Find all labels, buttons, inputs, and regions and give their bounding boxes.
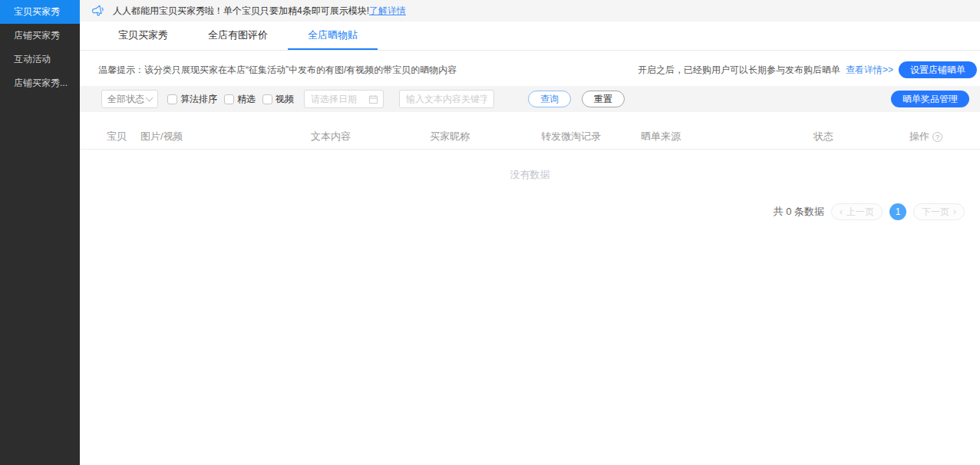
next-page-label: 下一页: [922, 206, 949, 219]
date-picker-input[interactable]: [304, 90, 384, 108]
status-select-value: 全部状态: [107, 93, 144, 106]
learn-more-link[interactable]: 了解详情: [369, 5, 406, 18]
date-input-wrap: [294, 90, 384, 108]
checkbox-label: 精选: [237, 93, 256, 106]
status-select[interactable]: 全部状态: [101, 90, 158, 108]
sidebar-item-interactive-activity[interactable]: 互动活动: [0, 48, 80, 71]
tip-text: 温馨提示：该分类只展现买家在本店“征集活动”中发布的有图/有视频的带宝贝的晒物内…: [98, 64, 638, 77]
chevron-right-icon: ›: [953, 206, 956, 217]
sidebar-item-label: 互动活动: [14, 54, 51, 64]
keyword-input[interactable]: [399, 90, 494, 108]
tip-right-group: 开启之后，已经购用户可以长期参与发布购后晒单 查看详情>> 设置店铺晒单: [638, 61, 977, 78]
filter-bar: 全部状态 算法排序 精选 视频: [80, 86, 980, 112]
sidebar: 宝贝买家秀 店铺买家秀 互动活动 店铺买家秀...: [0, 0, 80, 465]
tab-label: 全店有图评价: [208, 29, 268, 41]
column-header-status: 状态: [813, 130, 909, 143]
checkbox-icon: [224, 94, 234, 104]
tab-product-buyer-show[interactable]: 宝贝买家秀: [98, 21, 188, 50]
prev-page-button[interactable]: ‹ 上一页: [831, 203, 883, 220]
prev-page-label: 上一页: [846, 206, 874, 219]
tip-row: 温馨提示：该分类只展现买家在本店“征集活动”中发布的有图/有视频的带宝贝的晒物内…: [80, 51, 980, 86]
featured-checkbox[interactable]: 精选: [224, 93, 256, 106]
setup-shop-show-button[interactable]: 设置店铺晒单: [899, 61, 977, 78]
prize-management-button[interactable]: 晒单奖品管理: [891, 91, 969, 107]
sidebar-item-shop-buyer-show-more[interactable]: 店铺买家秀...: [0, 71, 80, 95]
chevron-down-icon: [146, 94, 153, 101]
tab-bar: 宝贝买家秀 全店有图评价 全店晒物贴: [80, 21, 980, 51]
sidebar-item-label: 店铺买家秀...: [14, 78, 68, 88]
sidebar-item-label: 宝贝买家秀: [14, 6, 60, 17]
checkbox-icon: [262, 94, 272, 104]
chevron-left-icon: ‹: [840, 206, 843, 217]
sidebar-item-shop-buyer-show[interactable]: 店铺买家秀: [0, 24, 80, 48]
column-header-buyer-nickname: 买家昵称: [430, 130, 541, 143]
view-details-link[interactable]: 查看详情>>: [846, 64, 893, 77]
help-icon[interactable]: ?: [932, 132, 942, 142]
main-content: 人人都能用宝贝买家秀啦！单个宝贝只要加精4条即可展示模块!了解详情 宝贝买家秀 …: [80, 0, 980, 465]
column-header-actions: 操作 ?: [909, 130, 962, 143]
tab-shop-image-reviews[interactable]: 全店有图评价: [188, 21, 288, 50]
query-button[interactable]: 查询: [528, 91, 571, 107]
column-header-product: 宝贝: [107, 130, 140, 143]
column-header-text-content: 文本内容: [311, 130, 430, 143]
table-header: 宝贝 图片/视频 文本内容 买家昵称 转发微淘记录 晒单来源 状态 操作 ?: [80, 124, 980, 150]
next-page-button[interactable]: 下一页 ›: [913, 203, 965, 220]
pagination-total: 共 0 条数据: [774, 205, 824, 219]
column-header-actions-label: 操作: [909, 130, 929, 143]
column-header-image-video: 图片/视频: [140, 130, 311, 143]
column-header-weitao-repost: 转发微淘记录: [541, 130, 641, 143]
pagination: 共 0 条数据 ‹ 上一页 1 下一页 ›: [80, 203, 980, 220]
current-page-button[interactable]: 1: [889, 203, 906, 220]
announcement-text: 人人都能用宝贝买家秀啦！单个宝贝只要加精4条即可展示模块!: [113, 5, 369, 18]
megaphone-icon: [91, 4, 106, 18]
empty-state-text: 没有数据: [80, 150, 980, 203]
sidebar-item-product-buyer-show[interactable]: 宝贝买家秀: [0, 0, 80, 24]
tab-label: 全店晒物贴: [308, 29, 358, 41]
video-checkbox[interactable]: 视频: [262, 93, 294, 106]
app-window: 宝贝买家秀 店铺买家秀 互动活动 店铺买家秀... 人人都能用宝贝买家: [0, 0, 980, 465]
algorithm-sort-checkbox[interactable]: 算法排序: [167, 93, 217, 106]
tab-shop-show-posts[interactable]: 全店晒物贴: [288, 21, 378, 50]
checkbox-icon: [167, 94, 177, 104]
checkbox-label: 算法排序: [180, 93, 217, 106]
reset-button[interactable]: 重置: [582, 91, 625, 107]
tab-label: 宝贝买家秀: [118, 29, 168, 41]
shop-show-hint-text: 开启之后，已经购用户可以长期参与发布购后晒单: [638, 64, 840, 77]
sidebar-item-label: 店铺买家秀: [14, 30, 60, 41]
announcement-banner: 人人都能用宝贝买家秀啦！单个宝贝只要加精4条即可展示模块!了解详情: [80, 0, 980, 21]
checkbox-label: 视频: [276, 93, 294, 106]
column-header-show-source: 晒单来源: [641, 130, 813, 143]
